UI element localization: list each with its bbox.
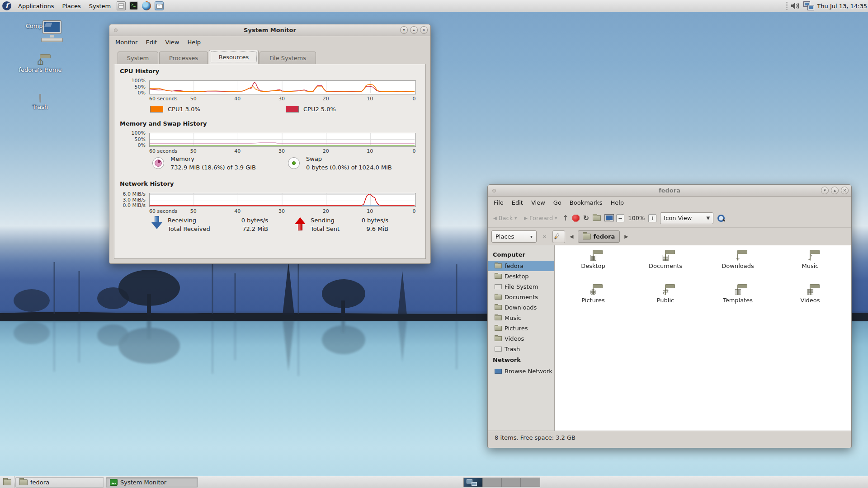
desktop-icon-home[interactable]: fedora's Home (15, 58, 66, 73)
top-panel: f Applications Places System Thu Jul 13,… (0, 0, 868, 12)
memory-pie-icon[interactable] (152, 157, 164, 169)
search-button[interactable] (717, 214, 725, 222)
cpu1-color-swatch[interactable] (150, 106, 163, 113)
taskbar-button-fedora[interactable]: fedora (15, 477, 104, 488)
breadcrumb-left-icon[interactable]: ◀ (569, 234, 574, 239)
sidebar-item-music[interactable]: Music (488, 313, 554, 323)
location-bar: Places ▾ × ◀ fedora ▶ (488, 228, 851, 246)
firefox-launcher-icon[interactable] (142, 1, 151, 10)
tab-processes[interactable]: Processes (159, 52, 208, 64)
back-dropdown-icon[interactable]: ▾ (514, 216, 517, 221)
breadcrumb-fedora[interactable]: fedora (578, 230, 620, 243)
tab-system[interactable]: System (118, 52, 158, 64)
memory-swap-heading: Memory and Swap History (120, 120, 207, 127)
sidebar-item-file-system[interactable]: File System (488, 282, 554, 292)
sidebar-mode-value: Places (495, 233, 514, 240)
taskbar-button-system-monitor[interactable]: System Monitor (106, 477, 198, 488)
total-sent-value: 9.6 MiB (340, 225, 388, 232)
maximize-button[interactable]: ▴ (410, 26, 418, 34)
sidebar-item-videos[interactable]: Videos (488, 333, 554, 344)
menu-help[interactable]: Help (183, 39, 205, 46)
view-mode-value: Icon View (664, 215, 692, 221)
home-button[interactable] (593, 215, 601, 221)
forward-button[interactable]: ▶ Forward ▾ (522, 214, 559, 222)
sidebar-item-desktop[interactable]: Desktop (488, 271, 554, 282)
places-menu[interactable]: Places (58, 0, 85, 12)
forward-dropdown-icon[interactable]: ▾ (555, 216, 557, 221)
receiving-label: Receiving (168, 217, 196, 224)
desktop-icon-trash[interactable]: Trash (15, 95, 66, 110)
view-mode-select[interactable]: Icon View ▼ (660, 212, 713, 224)
maximize-button[interactable]: ▴ (831, 187, 839, 194)
applications-menu[interactable]: Applications (14, 0, 58, 12)
network-chartwrap: 6.0 MiB/s3.0 MiB/s0.0 MiB/s 60 seconds50… (149, 193, 416, 207)
tab-file-systems[interactable]: File Systems (259, 52, 316, 64)
minimize-button[interactable]: ▾ (821, 187, 829, 194)
menu-bookmarks[interactable]: Bookmarks (566, 199, 607, 206)
folder-templates[interactable]: ▥Templates (704, 288, 772, 304)
sidebar-item-downloads[interactable]: Downloads (488, 302, 554, 313)
menu-file[interactable]: File (490, 199, 508, 206)
sidebar-item-trash[interactable]: Trash (488, 344, 554, 354)
workspace-1[interactable] (464, 478, 483, 487)
menu-view[interactable]: View (161, 39, 184, 46)
refresh-button[interactable]: ↻ (583, 214, 589, 222)
sidebar-item-fedora[interactable]: fedora (488, 261, 554, 271)
toggle-location-entry-button[interactable] (552, 230, 565, 243)
folder-music[interactable]: ♪Music (776, 253, 844, 269)
terminal-launcher-icon[interactable] (129, 1, 138, 10)
workspace-4[interactable] (521, 478, 540, 487)
sidebar-item-documents[interactable]: Documents (488, 292, 554, 302)
computer-button[interactable] (604, 215, 613, 221)
menu-edit[interactable]: Edit (508, 199, 527, 206)
network-status-icon[interactable] (804, 2, 814, 10)
breadcrumb-right-icon[interactable]: ▶ (623, 234, 629, 239)
window-title: fedora (659, 187, 680, 194)
desktop-icon-computer[interactable]: Computer (15, 21, 66, 29)
folder-pictures[interactable]: ◉Pictures (559, 288, 627, 304)
folder-view[interactable]: ▣Desktop ▤Documents ↓Downloads ♪Music ◉P… (555, 245, 851, 431)
fedora-logo-icon[interactable]: f (2, 1, 11, 10)
back-button[interactable]: ◀ Back ▾ (491, 214, 519, 222)
close-button[interactable]: × (841, 187, 849, 194)
system-menu[interactable]: System (85, 0, 115, 12)
minimize-button[interactable]: ▾ (400, 26, 408, 34)
menu-go[interactable]: Go (549, 199, 566, 206)
volume-icon[interactable] (791, 2, 801, 10)
folder-public[interactable]: ⇄Public (632, 288, 699, 304)
forward-label: Forward (529, 215, 553, 221)
workspace-3[interactable] (502, 478, 521, 487)
menu-help[interactable]: Help (606, 199, 628, 206)
folder-downloads[interactable]: ↓Downloads (704, 253, 772, 269)
up-button[interactable]: ↑ (562, 214, 568, 222)
bottom-panel: fedora System Monitor (0, 476, 868, 488)
menu-view[interactable]: View (527, 199, 549, 206)
mail-launcher-icon[interactable] (155, 1, 164, 10)
close-sidebar-button[interactable]: × (540, 233, 549, 240)
sidebar-item-browse-network[interactable]: Browse Network (488, 366, 554, 376)
menu-edit[interactable]: Edit (142, 39, 161, 46)
zoom-out-button[interactable]: − (616, 214, 624, 222)
stop-button[interactable] (572, 215, 580, 222)
panel-clock[interactable]: Thu Jul 13, 14:35 (817, 3, 867, 9)
sidebar-mode-select[interactable]: Places ▾ (491, 230, 537, 243)
tab-resources[interactable]: Resources (209, 50, 259, 64)
swap-pie-icon[interactable] (288, 157, 300, 169)
folder-icon: ♪ (810, 253, 811, 261)
folder-videos[interactable]: ▦Videos (776, 288, 844, 304)
folder-desktop[interactable]: ▣Desktop (559, 253, 627, 269)
file-manager-titlebar[interactable]: fedora ▾ ▴ × (488, 185, 851, 197)
system-monitor-titlebar[interactable]: System Monitor ▾ ▴ × (109, 24, 430, 36)
show-desktop-button[interactable] (0, 476, 14, 488)
close-button[interactable]: × (420, 26, 428, 34)
sidebar-item-pictures[interactable]: Pictures (488, 323, 554, 333)
file-manager-launcher-icon[interactable] (117, 1, 126, 10)
sending-value: 0 bytes/s (340, 217, 388, 224)
taskbar-button-label: fedora (30, 479, 49, 486)
folder-documents[interactable]: ▤Documents (632, 253, 699, 269)
workspace-2[interactable] (483, 478, 502, 487)
home-folder-icon (19, 479, 28, 485)
cpu2-color-swatch[interactable] (286, 106, 299, 113)
zoom-in-button[interactable]: + (648, 214, 656, 222)
menu-monitor[interactable]: Monitor (111, 39, 142, 46)
